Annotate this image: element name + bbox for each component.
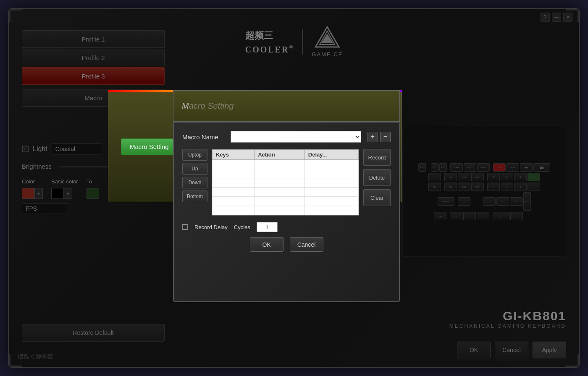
modal-bottom: Record Delay Cycles OK Cancel	[182, 222, 391, 252]
modal-title-text: Macro Setting	[182, 101, 234, 111]
macro-table: Keys Action Delay...	[212, 149, 359, 215]
remove-macro-button[interactable]: −	[380, 132, 391, 142]
macro-setting-button[interactable]: Macro Setting	[121, 138, 178, 155]
modal-ok-button[interactable]: OK	[250, 237, 284, 252]
table-row	[213, 188, 359, 197]
table-row	[213, 197, 359, 206]
record-button[interactable]: Record	[363, 149, 391, 166]
modal-overlay: Macro Setting Macro Setting Macro Name +…	[9, 9, 579, 367]
clear-button[interactable]: Clear	[363, 189, 391, 206]
table-header-action: Action	[255, 150, 305, 160]
down-button[interactable]: Down	[182, 177, 207, 188]
record-delay-label: Record Delay	[194, 224, 228, 230]
modal-title-bar: Macro Setting	[173, 90, 400, 122]
delete-button[interactable]: Delete	[363, 169, 391, 186]
action-buttons: Record Delete Clear	[363, 149, 391, 216]
add-macro-button[interactable]: +	[368, 132, 378, 142]
modal-cancel-button[interactable]: Cancel	[290, 237, 323, 252]
record-delay-row: Record Delay Cycles	[182, 222, 391, 232]
main-window: ? — ✕ 超频三 COOLER® GAMEICE Profile 1 Prof…	[8, 8, 580, 368]
table-row	[213, 206, 359, 215]
macro-name-label: Macro Name	[182, 133, 224, 141]
cycles-input[interactable]	[257, 222, 278, 232]
table-row	[213, 160, 359, 169]
table-header-keys: Keys	[213, 150, 255, 160]
table-row	[213, 178, 359, 188]
table-row	[213, 169, 359, 178]
table-nav-row: Uptop Up Down Bottom Keys Action Delay..…	[182, 149, 391, 216]
table-header-delay: Delay...	[304, 150, 358, 160]
macro-name-row: Macro Name + −	[182, 131, 391, 143]
up-button[interactable]: Up	[182, 163, 207, 175]
record-delay-checkbox[interactable]	[182, 224, 188, 230]
bottom-button[interactable]: Bottom	[182, 191, 207, 202]
uptop-button[interactable]: Uptop	[182, 149, 207, 161]
nav-buttons: Uptop Up Down Bottom	[182, 149, 207, 216]
modal-dialog: Macro Name + − Uptop Up Down Bottom	[173, 122, 400, 302]
modal-ok-cancel: OK Cancel	[182, 237, 391, 252]
macro-name-select[interactable]	[231, 131, 361, 143]
cycles-label: Cycles	[234, 224, 250, 230]
add-remove-buttons: + −	[368, 132, 391, 142]
macro-table-container: Keys Action Delay...	[212, 149, 359, 216]
